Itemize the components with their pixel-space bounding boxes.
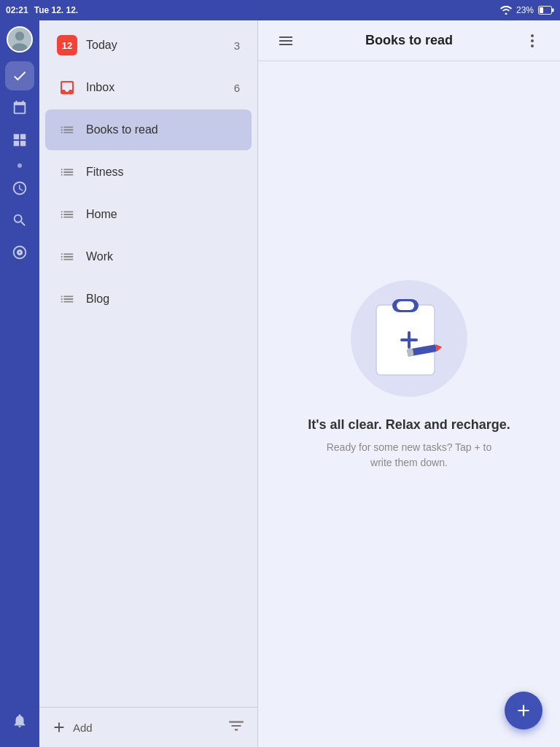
rail-bell-icon[interactable] <box>5 706 34 735</box>
sidebar-item-home-label: Home <box>86 208 117 221</box>
rail-check-icon[interactable] <box>5 61 34 90</box>
main-title: Books to read <box>365 33 453 48</box>
status-left: 02:21 Tue 12. 12. <box>6 5 78 15</box>
time: 02:21 <box>6 5 28 15</box>
svg-point-6 <box>531 34 534 37</box>
rail-grid-icon[interactable] <box>5 125 34 155</box>
app-body: 12 Today 3 Inbox 6 Books to read <box>0 20 560 747</box>
sidebar-item-books-label: Books to read <box>86 123 158 136</box>
avatar[interactable] <box>7 26 33 53</box>
battery-pct: 23% <box>516 5 534 15</box>
icon-rail <box>0 20 39 747</box>
sidebar-item-inbox-badge: 6 <box>234 82 240 94</box>
sidebar-item-today-label: Today <box>86 39 117 52</box>
main-header: Books to read <box>258 20 560 61</box>
sidebar-item-home[interactable]: Home <box>45 194 252 235</box>
list-icon-blog <box>57 289 77 309</box>
sidebar-item-inbox-label: Inbox <box>86 81 114 94</box>
sidebar-item-fitness-label: Fitness <box>86 166 124 179</box>
battery-icon <box>538 6 554 15</box>
add-label: Add <box>73 721 93 734</box>
inbox-icon <box>57 77 77 98</box>
svg-rect-11 <box>397 301 414 310</box>
fab-add-button[interactable] <box>505 692 542 729</box>
menu-button[interactable] <box>273 28 299 54</box>
list-icon-work <box>57 247 77 267</box>
empty-illustration <box>351 280 467 397</box>
rail-dot <box>18 163 22 168</box>
list-icon-home <box>57 204 77 225</box>
sidebar-item-today[interactable]: 12 Today 3 <box>45 25 252 66</box>
svg-point-4 <box>15 31 24 40</box>
svg-marker-15 <box>435 343 443 351</box>
today-icon: 12 <box>57 35 77 55</box>
sidebar-item-work-label: Work <box>86 250 113 263</box>
wifi-icon <box>500 6 512 15</box>
main-body: It's all clear. Relax and recharge. Read… <box>258 61 560 747</box>
empty-sub: Ready for some new tasks? Tap + to write… <box>314 440 504 471</box>
sidebar-item-blog-label: Blog <box>86 293 109 306</box>
sidebar-item-books-to-read[interactable]: Books to read <box>45 109 252 150</box>
status-bar: 02:21 Tue 12. 12. 23% <box>0 0 560 20</box>
rail-calendar-icon[interactable] <box>5 93 34 123</box>
more-options-button[interactable] <box>519 28 545 54</box>
empty-title: It's all clear. Relax and recharge. <box>308 417 510 433</box>
svg-rect-1 <box>540 7 543 13</box>
filter-button[interactable] <box>227 716 246 738</box>
sidebar-list: 12 Today 3 Inbox 6 Books to read <box>39 20 257 707</box>
sidebar-bottom: Add <box>39 707 257 747</box>
clipboard-svg <box>369 295 449 382</box>
svg-point-7 <box>531 39 534 42</box>
rail-search-icon[interactable] <box>5 206 34 235</box>
sidebar: 12 Today 3 Inbox 6 Books to read <box>39 20 258 747</box>
sidebar-item-blog[interactable]: Blog <box>45 279 252 320</box>
sidebar-item-fitness[interactable]: Fitness <box>45 152 252 193</box>
list-icon-books <box>57 120 77 140</box>
svg-rect-2 <box>552 9 554 12</box>
date: Tue 12. 12. <box>34 5 78 15</box>
rail-clock-icon[interactable] <box>5 174 34 203</box>
main-content: Books to read <box>258 20 560 747</box>
add-button[interactable]: Add <box>51 719 93 735</box>
status-right: 23% <box>500 5 554 15</box>
rail-target-icon[interactable] <box>5 238 34 267</box>
svg-point-8 <box>531 44 534 47</box>
sidebar-item-today-badge: 3 <box>234 39 240 52</box>
sidebar-item-work[interactable]: Work <box>45 236 252 277</box>
list-icon-fitness <box>57 162 77 182</box>
sidebar-item-inbox[interactable]: Inbox 6 <box>45 67 252 108</box>
